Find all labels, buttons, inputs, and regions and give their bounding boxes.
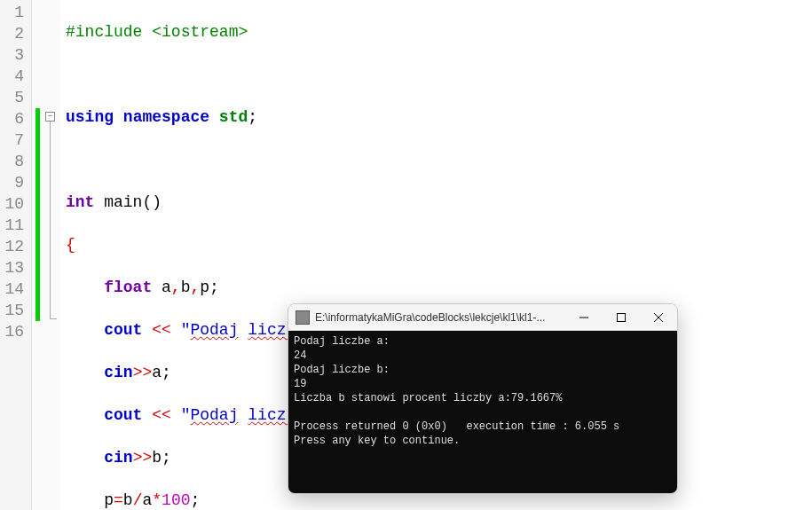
console-icon	[296, 310, 310, 325]
op-div: /	[133, 491, 143, 509]
line-number: 10	[4, 193, 24, 215]
console-titlebar[interactable]: E:\informatykaMiGra\codeBlocks\lekcje\kl…	[288, 304, 677, 331]
fold-toggle[interactable]: −	[45, 112, 55, 122]
open-brace: {	[66, 236, 75, 254]
semicolon: ;	[191, 491, 201, 509]
line-number: 9	[4, 172, 24, 193]
quote: "	[181, 321, 191, 339]
console-line: 24	[294, 349, 306, 362]
keyword-namespace: namespace	[123, 108, 209, 126]
line-number: 8	[4, 151, 24, 172]
identifier-std: std	[219, 108, 248, 126]
keyword-float: float	[104, 279, 152, 296]
minimize-button[interactable]	[565, 304, 603, 331]
console-line: Process returned 0 (0x0) execution time …	[294, 420, 619, 433]
fold-column: −	[43, 0, 60, 510]
comma: ,	[171, 279, 181, 296]
cout: cout	[104, 406, 142, 424]
console-window: E:\informatykaMiGra\codeBlocks\lekcje\kl…	[288, 303, 678, 494]
var-b: b	[152, 449, 162, 467]
line-number: 6	[4, 108, 24, 129]
var-a: a	[152, 364, 162, 381]
line-number: 13	[4, 257, 24, 279]
number-100: 100	[162, 491, 190, 509]
console-line: Liczba b stanowi procent liczby a:79.166…	[294, 392, 562, 404]
console-line: Podaj liczbe a:	[294, 335, 390, 348]
string-part: Podaj	[190, 406, 238, 424]
line-number-gutter: 1 2 3 4 5 6 7 8 9 10 11 12 13 14 15 16	[0, 0, 32, 510]
var-a: a	[152, 279, 171, 296]
close-icon	[654, 313, 663, 322]
change-marker-column	[32, 0, 43, 510]
parens: ()	[142, 193, 162, 211]
line-number: 7	[4, 129, 24, 151]
var-b: b	[181, 279, 191, 296]
header-name: <iostream>	[142, 23, 248, 41]
preprocessor: #include	[66, 23, 142, 41]
line-number: 3	[4, 44, 24, 66]
stream-op: <<	[142, 321, 180, 339]
quote: "	[181, 406, 191, 424]
string-part: Podaj	[190, 321, 238, 339]
line-number: 16	[4, 321, 24, 342]
stream-op: >>	[133, 449, 153, 467]
semicolon: ;	[209, 279, 219, 296]
stream-op: <<	[142, 406, 180, 424]
console-output[interactable]: Podaj liczbe a: 24 Podaj liczbe b: 19 Li…	[288, 331, 677, 493]
line-number: 14	[4, 279, 24, 300]
line-number: 4	[4, 66, 24, 87]
window-buttons	[565, 304, 677, 331]
fold-guide-end	[50, 318, 57, 319]
var-a: a	[142, 491, 152, 509]
line-number: 12	[4, 236, 24, 257]
op-mul: *	[152, 491, 162, 509]
keyword-int: int	[66, 193, 94, 211]
maximize-icon	[617, 313, 626, 322]
keyword-using: using	[66, 108, 114, 126]
line-number: 5	[4, 87, 24, 108]
line-number: 1	[4, 2, 24, 23]
change-marker	[35, 108, 40, 321]
cin: cin	[104, 364, 132, 381]
string-space	[238, 321, 248, 339]
svg-rect-1	[618, 313, 626, 321]
var-p: p	[200, 279, 209, 296]
line-number: 15	[4, 300, 24, 321]
comma: ,	[190, 279, 200, 296]
console-line: 19	[294, 378, 306, 390]
close-button[interactable]	[640, 304, 677, 331]
cout: cout	[104, 321, 142, 339]
console-line: Podaj liczbe b:	[294, 364, 390, 376]
function-main: main	[94, 193, 142, 211]
console-line: Press any key to continue.	[294, 435, 460, 447]
semicolon: ;	[162, 449, 171, 467]
semicolon: ;	[162, 364, 171, 381]
console-title: E:\informatykaMiGra\codeBlocks\lekcje\kl…	[315, 311, 565, 324]
stream-op: >>	[133, 364, 153, 381]
op-eq: =	[114, 491, 123, 509]
var-p: p	[104, 491, 114, 509]
maximize-button[interactable]	[603, 304, 640, 331]
line-number: 2	[4, 23, 24, 44]
minimize-icon	[579, 313, 588, 322]
line-number: 11	[4, 215, 24, 236]
cin: cin	[104, 449, 132, 467]
semicolon: ;	[248, 108, 257, 126]
fold-guide	[50, 122, 51, 318]
string-space	[238, 406, 248, 424]
var-b: b	[123, 491, 133, 509]
